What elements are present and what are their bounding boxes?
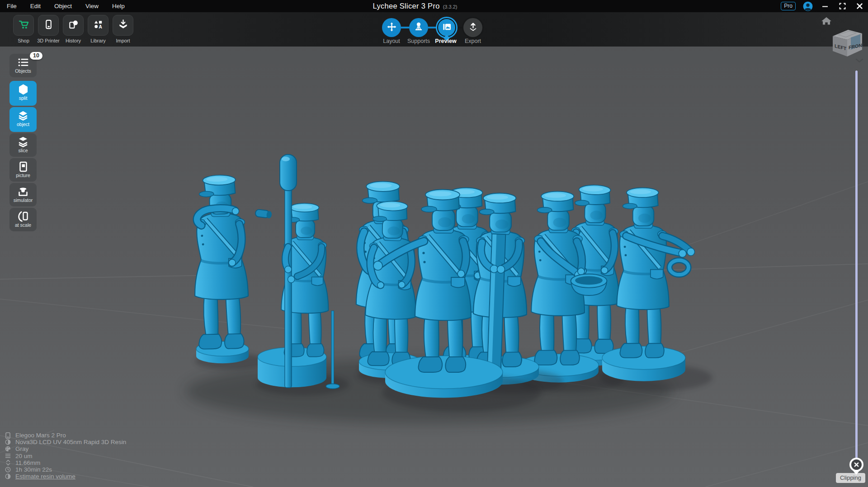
history-shapes-icon [68,19,79,32]
clock-icon [5,467,11,473]
window-title: Lychee Slicer 3 Pro (3.3.2) [373,0,458,12]
print-time-row: 1h 30min 22s [5,466,126,473]
library-button[interactable]: A Library [88,15,108,43]
at-scale-hand-phone-icon [18,211,28,222]
minimize-button[interactable] [820,1,830,11]
orientation-gizmo: LEFT FRONT [816,14,868,64]
move-arrows-icon [387,22,396,33]
shop-button[interactable]: Shop [13,15,34,43]
layer-height-row: 20 um [5,453,126,459]
slice-layers-icon [18,136,28,147]
titlebar: File Edit Object View Help Lychee Slicer… [0,0,868,12]
split-hexagon-icon [18,84,28,95]
import-icon [118,19,128,32]
tool-slice[interactable]: slice [9,133,37,157]
export-icon [468,22,478,33]
account-avatar-icon[interactable] [803,1,813,11]
step-preview[interactable] [437,18,456,37]
clipping-slider-handle[interactable] [849,458,863,472]
pro-badge[interactable]: Pro [781,2,796,10]
cart-icon [19,19,29,32]
clipping-handle-tail [853,471,859,475]
tool-at-scale[interactable]: at scale [9,208,37,231]
model-height-row: 11.66mm [5,459,126,466]
layers-lines-icon [5,453,11,459]
supports-icon [414,22,423,33]
step-export[interactable] [463,18,482,37]
view-cube[interactable]: LEFT FRONT [833,30,865,56]
preview-image-icon [442,22,452,33]
menu-edit[interactable]: Edit [24,3,47,9]
history-button[interactable]: History [63,15,84,43]
library-shapes-icon: A [93,19,104,32]
step-label-export: Export [453,38,493,44]
picture-icon [18,161,28,172]
chevron-down-icon[interactable] [856,59,863,62]
step-layout[interactable] [382,18,401,37]
close-button[interactable] [854,1,864,11]
height-arrows-icon [5,459,11,466]
workflow-stepper: Layout Supports Preview Export [378,12,491,47]
color-row: Gray [5,445,126,452]
home-view-icon[interactable] [821,17,831,25]
close-icon [854,462,859,468]
object-layers-icon [18,110,28,121]
objects-panel-button[interactable]: 10 Objects [9,54,37,77]
tool-simulator[interactable]: simulator [9,183,37,206]
3d-printer-button[interactable]: 3D Printer [38,15,59,43]
import-button[interactable]: Import [113,15,133,43]
estimate-resin-link[interactable]: Estimate resin volume [15,473,75,480]
menu-file[interactable]: File [0,3,24,9]
version-label: (3.3.2) [443,1,458,13]
resin-row: Nova3D LCD UV 405nm Rapid 3D Resin [5,439,126,445]
resin-drop-icon [5,473,11,480]
menu-object[interactable]: Object [47,3,79,9]
tool-split[interactable]: split [9,81,37,106]
printer-row: Elegoo Mars 2 Pro [5,432,126,439]
menubar: File Edit Object View Help [0,0,132,12]
toolbar: Shop 3D Printer History A Library Import [0,12,868,47]
printer-icon [5,432,11,439]
maximize-button[interactable] [837,1,847,11]
menu-help[interactable]: Help [105,3,132,9]
viewport-3d-scene[interactable] [0,0,868,487]
left-sidebar: 10 Objects split object slice picture si… [9,54,37,233]
printer-icon [43,19,54,32]
palette-icon [5,446,11,452]
print-summary-panel: Elegoo Mars 2 Pro Nova3D LCD UV 405nm Ra… [5,432,126,480]
estimate-resin-row: Estimate resin volume [5,473,126,480]
clipping-slider-track[interactable] [855,70,858,458]
clipping-tooltip: Clipping [836,473,865,483]
step-supports[interactable] [409,18,428,37]
tool-object[interactable]: object [9,107,37,132]
objects-list-icon [18,57,29,68]
menu-view[interactable]: View [79,3,105,9]
tool-picture[interactable]: picture [9,158,37,182]
resin-drop-icon [5,439,11,445]
simulator-icon [18,186,28,197]
svg-text:A: A [99,24,102,29]
objects-count-badge: 10 [30,52,42,60]
